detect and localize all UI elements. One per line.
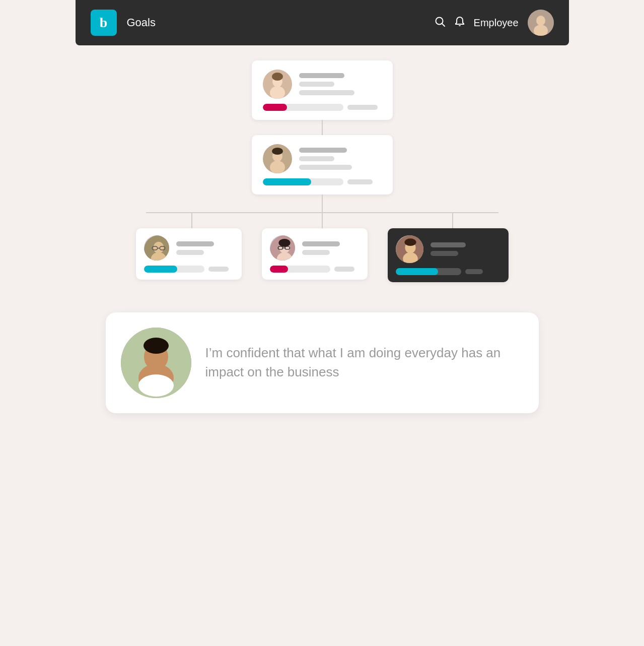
- card-line: [302, 241, 340, 246]
- top-progress-row: [263, 104, 382, 111]
- second-card-avatar: [263, 144, 292, 173]
- svg-point-14: [153, 242, 164, 253]
- connector-v-row: [146, 213, 498, 228]
- search-icon[interactable]: [435, 16, 446, 30]
- card-line: [347, 105, 378, 110]
- svg-line-1: [442, 23, 445, 26]
- svg-point-33: [138, 374, 174, 397]
- child3-avatar: [396, 235, 423, 263]
- navbar-right: Employee: [435, 10, 554, 36]
- navbar-left: b Goals: [91, 10, 156, 36]
- top-progress-track: [263, 104, 343, 111]
- connector-v2: [322, 195, 323, 212]
- nav-avatar[interactable]: [528, 10, 554, 36]
- second-progress-fill: [263, 178, 311, 185]
- child1-card-inner: [136, 228, 242, 280]
- navbar: b Goals Employee: [76, 0, 569, 45]
- card-line: [299, 73, 344, 78]
- top-card-avatar: [263, 70, 292, 99]
- connector-v-left: [191, 213, 192, 228]
- connector-h: [146, 212, 498, 213]
- child3-card-inner: [388, 228, 509, 282]
- child2-progress-row: [270, 266, 360, 273]
- logo-box[interactable]: b: [91, 10, 117, 36]
- card-line: [299, 148, 347, 153]
- svg-point-7: [270, 86, 285, 99]
- quote-section: I’m confident that what I am doing every…: [106, 312, 539, 413]
- top-card: [252, 60, 393, 120]
- second-progress-track: [263, 178, 343, 185]
- card-line: [465, 269, 483, 274]
- third-row: [106, 228, 539, 282]
- child2-progress-fill: [270, 266, 288, 273]
- quote-text: I’m confident that what I am doing every…: [205, 344, 519, 381]
- card-line: [299, 156, 334, 161]
- child1-progress-fill: [144, 266, 177, 273]
- svg-point-11: [270, 161, 285, 173]
- child3-card: [388, 228, 509, 282]
- card-line: [299, 165, 352, 170]
- child2-progress-track: [270, 266, 330, 273]
- top-card-inner: [252, 60, 393, 120]
- connector-v1: [322, 120, 323, 135]
- child3-progress-row: [396, 268, 500, 275]
- card-line: [347, 179, 373, 184]
- child1-progress-row: [144, 266, 234, 273]
- child1-avatar: [144, 235, 169, 261]
- svg-point-3: [536, 16, 545, 26]
- child3-lines: [431, 242, 466, 256]
- child3-progress-fill: [396, 268, 439, 275]
- child2-lines: [302, 241, 340, 255]
- second-card-lines: [299, 148, 352, 170]
- child2-card: [262, 228, 368, 280]
- card-line: [431, 242, 466, 247]
- card-line: [208, 267, 229, 272]
- top-card-lines: [299, 73, 354, 95]
- connector-v-right: [452, 213, 453, 228]
- org-tree: I’m confident that what I am doing every…: [106, 60, 539, 413]
- child1-progress-track: [144, 266, 204, 273]
- svg-point-8: [272, 73, 283, 81]
- card-line: [431, 251, 458, 256]
- logo-letter: b: [100, 15, 108, 31]
- child2-avatar: [270, 235, 295, 261]
- card-line: [299, 90, 354, 95]
- main-content: I’m confident that what I am doing every…: [0, 45, 644, 443]
- second-card: [252, 135, 393, 195]
- child1-lines: [176, 241, 214, 255]
- card-line: [299, 82, 334, 87]
- card-line: [302, 250, 330, 255]
- svg-point-29: [404, 238, 416, 246]
- card-line: [176, 241, 214, 246]
- second-card-inner: [252, 135, 393, 195]
- employee-label: Employee: [474, 17, 519, 29]
- svg-point-12: [272, 148, 283, 155]
- second-progress-row: [263, 178, 382, 185]
- child1-card: [136, 228, 242, 280]
- child2-card-inner: [262, 228, 368, 280]
- quote-avatar: [121, 328, 191, 398]
- svg-point-34: [144, 338, 169, 354]
- card-line: [334, 267, 354, 272]
- svg-point-22: [278, 239, 290, 247]
- card-line: [176, 250, 204, 255]
- nav-title: Goals: [127, 16, 156, 29]
- quote-card: I’m confident that what I am doing every…: [106, 312, 539, 413]
- connector-v-mid: [322, 213, 323, 228]
- bell-icon[interactable]: [455, 16, 465, 30]
- top-progress-fill: [263, 104, 287, 111]
- child3-progress-track: [396, 268, 461, 275]
